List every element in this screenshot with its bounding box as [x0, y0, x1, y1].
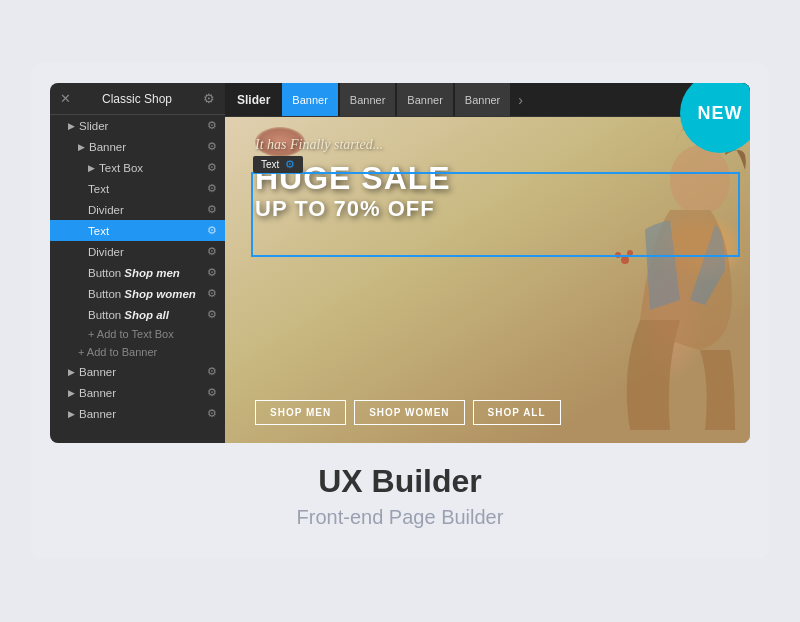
tree-label: Text Box — [99, 162, 143, 174]
tree-item-btn-shopall[interactable]: Button Shop all ⚙ — [50, 304, 225, 325]
card-footer: UX Builder Front-end Page Builder — [297, 463, 504, 529]
gear-icon[interactable]: ⚙ — [207, 287, 217, 300]
close-icon[interactable]: ✕ — [60, 91, 71, 106]
tree-label: Text — [88, 183, 109, 195]
arrow-icon: ▶ — [88, 163, 95, 173]
card-title: UX Builder — [297, 463, 504, 500]
tree-item-btn-shopmen[interactable]: Button Shop men ⚙ — [50, 262, 225, 283]
btn-label: Shop women — [124, 288, 196, 300]
gear-icon[interactable]: ⚙ — [207, 407, 217, 420]
tree-label: Banner — [79, 387, 116, 399]
tree-label: Divider — [88, 204, 124, 216]
tree-item-btn-shopwomen[interactable]: Button Shop women ⚙ — [50, 283, 225, 304]
gear-icon[interactable]: ⚙ — [203, 91, 215, 106]
tree-item-banner[interactable]: ▶ Banner ⚙ — [50, 136, 225, 157]
add-to-banner-btn[interactable]: + Add to Banner — [50, 343, 225, 361]
tree-label: Banner — [79, 366, 116, 378]
slider-tab-2[interactable]: Banner — [340, 83, 395, 116]
slider-tab-more[interactable]: › — [512, 92, 529, 108]
slider-tab-3[interactable]: Banner — [397, 83, 452, 116]
slider-title: Slider — [225, 83, 282, 116]
slider-tab-1[interactable]: Banner — [282, 83, 337, 116]
tree-label: Banner — [79, 408, 116, 420]
gear-icon[interactable]: ⚙ — [207, 182, 217, 195]
tree-item-slider[interactable]: ▶ Slider ⚙ — [50, 115, 225, 136]
slider-tab-4[interactable]: Banner — [455, 83, 510, 116]
shop-women-button[interactable]: SHOP WOMEN — [354, 400, 464, 425]
arrow-icon: ▶ — [68, 367, 75, 377]
tree-label: Divider — [88, 246, 124, 258]
tree-item-banner3[interactable]: ▶ Banner ⚙ — [50, 382, 225, 403]
new-badge-label: NEW — [698, 103, 743, 124]
left-panel: ✕ Classic Shop ⚙ ▶ Slider ⚙ ▶ Banner ⚙ ▶… — [50, 83, 225, 443]
gear-icon[interactable]: ⚙ — [207, 203, 217, 216]
tree-label: Button — [88, 288, 121, 300]
gear-icon[interactable]: ⚙ — [207, 140, 217, 153]
arrow-icon: ▶ — [68, 388, 75, 398]
tree-item-divider2[interactable]: Divider ⚙ — [50, 241, 225, 262]
tree-item-banner2[interactable]: ▶ Banner ⚙ — [50, 361, 225, 382]
gear-icon[interactable]: ⚙ — [207, 266, 217, 279]
slide-tagline: It has Finally started... — [255, 137, 451, 153]
text-selection-label: Text ⚙ — [253, 156, 303, 173]
tree-item-text-selected[interactable]: Text ⚙ — [50, 220, 225, 241]
tree-item-banner4[interactable]: ▶ Banner ⚙ — [50, 403, 225, 424]
tree-label: Slider — [79, 120, 108, 132]
shop-men-button[interactable]: SHOP MEN — [255, 400, 346, 425]
tree-label: Button — [88, 267, 121, 279]
arrow-icon: ▶ — [78, 142, 85, 152]
main-card: NEW ✕ Classic Shop ⚙ ▶ Slider ⚙ ▶ Banner… — [30, 63, 770, 559]
gear-icon[interactable]: ⚙ — [207, 161, 217, 174]
tree-label: Banner — [89, 141, 126, 153]
tree-label: Button — [88, 309, 121, 321]
add-to-textbox-btn[interactable]: + Add to Text Box — [50, 325, 225, 343]
btn-label: Shop all — [124, 309, 169, 321]
tree-label: Text — [88, 225, 109, 237]
text-sel-gear-icon[interactable]: ⚙ — [285, 158, 295, 171]
gear-icon[interactable]: ⚙ — [207, 119, 217, 132]
svg-point-1 — [621, 256, 629, 264]
arrow-icon: ▶ — [68, 409, 75, 419]
card-subtitle: Front-end Page Builder — [297, 506, 504, 529]
gear-icon[interactable]: ⚙ — [207, 245, 217, 258]
panel-header: ✕ Classic Shop ⚙ — [50, 83, 225, 115]
gear-icon[interactable]: ⚙ — [207, 308, 217, 321]
slider-content: Text ⚙ It has Finally started... HUGE SA… — [225, 117, 750, 443]
slider-tabs: Slider Banner Banner Banner Banner › — [225, 83, 750, 117]
tree-item-divider1[interactable]: Divider ⚙ — [50, 199, 225, 220]
person-silhouette — [550, 117, 750, 443]
shop-all-button[interactable]: SHOP ALL — [473, 400, 561, 425]
panel-title: Classic Shop — [102, 92, 172, 106]
gear-icon[interactable]: ⚙ — [207, 386, 217, 399]
gear-icon[interactable]: ⚙ — [207, 365, 217, 378]
gear-icon[interactable]: ⚙ — [207, 224, 217, 237]
text-selection-box: Text ⚙ — [251, 172, 740, 257]
btn-label: Shop men — [124, 267, 180, 279]
screenshot-wrapper: NEW ✕ Classic Shop ⚙ ▶ Slider ⚙ ▶ Banner… — [50, 83, 750, 443]
tree-item-textbox[interactable]: ▶ Text Box ⚙ — [50, 157, 225, 178]
arrow-icon: ▶ — [68, 121, 75, 131]
slide-buttons: SHOP MEN SHOP WOMEN SHOP ALL — [255, 400, 561, 425]
tree-item-text1[interactable]: Text ⚙ — [50, 178, 225, 199]
right-panel: Slider Banner Banner Banner Banner › — [225, 83, 750, 443]
